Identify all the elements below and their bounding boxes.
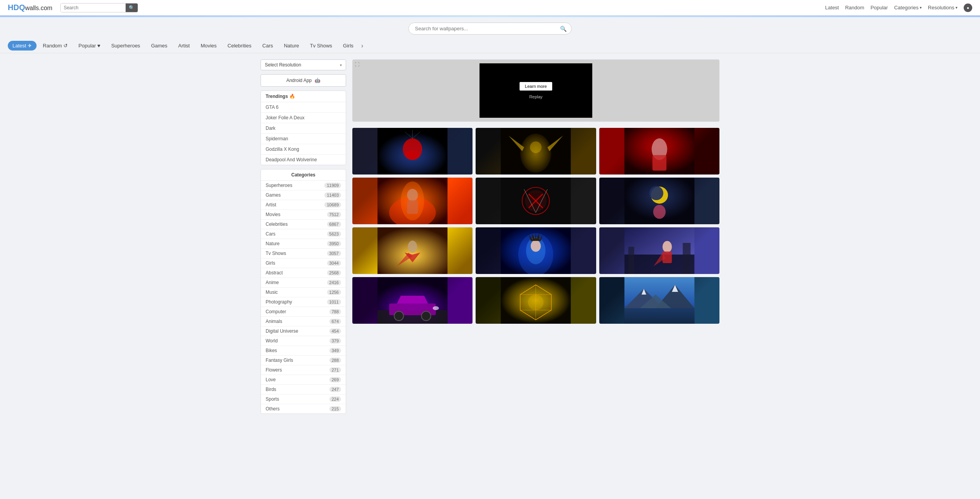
- trending-item-joker[interactable]: Joker Folie A Deux: [261, 113, 346, 123]
- secondary-search-input[interactable]: [413, 23, 560, 34]
- wallpaper-moon-img: [599, 178, 719, 224]
- nav-resolutions-dropdown[interactable]: Resolutions: [928, 5, 957, 10]
- wallpaper-deadpool-symbol[interactable]: [476, 178, 596, 224]
- svg-point-2: [406, 150, 420, 160]
- cat-item-music[interactable]: Music 1256: [261, 288, 346, 297]
- cat-nav-item-celebrities[interactable]: Celebrities: [223, 41, 256, 51]
- cat-item-love[interactable]: Love 269: [261, 375, 346, 385]
- cat-nav-item-popular[interactable]: Popular ♥: [74, 41, 105, 51]
- resolution-label: Select Resolution: [265, 62, 301, 68]
- cat-item-digital-universe[interactable]: Digital Universe 454: [261, 326, 346, 336]
- cat-nav-item-games[interactable]: Games: [146, 41, 172, 51]
- cat-nav-item-cars[interactable]: Cars: [258, 41, 278, 51]
- trending-item-deadpool[interactable]: Deadpool And Wolverine: [261, 155, 346, 165]
- wallpaper-supergirl[interactable]: [599, 227, 719, 274]
- wallpaper-purple-car[interactable]: [352, 277, 472, 324]
- wallpaper-cube[interactable]: [476, 277, 596, 324]
- cat-nav-item-girls[interactable]: Girls: [338, 41, 358, 51]
- cat-item-abstract[interactable]: Abstract 2568: [261, 268, 346, 278]
- cat-nav-item-latest[interactable]: Latest ✈: [8, 41, 37, 51]
- cat-nav-item-nature[interactable]: Nature: [279, 41, 304, 51]
- android-app-label: Android App: [286, 78, 312, 83]
- dark-mode-toggle[interactable]: ●: [964, 3, 972, 12]
- main-layout: Select Resolution Android App 🤖 Trending…: [257, 53, 723, 420]
- cat-item-birds[interactable]: Birds 247: [261, 385, 346, 394]
- wallpaper-superman-fly[interactable]: [352, 227, 472, 274]
- wallpaper-cube-img: [476, 277, 596, 324]
- cat-item-flowers[interactable]: Flowers 271: [261, 365, 346, 375]
- svg-point-27: [653, 205, 665, 219]
- sidebar: Select Resolution Android App 🤖 Trending…: [261, 59, 346, 414]
- top-search-input[interactable]: [61, 3, 126, 12]
- nav-random[interactable]: Random: [845, 5, 864, 10]
- cat-item-animals[interactable]: Animals 674: [261, 317, 346, 326]
- svg-point-43: [394, 311, 404, 321]
- cat-nav-item-movies[interactable]: Movies: [196, 41, 221, 51]
- fire-icon: 🔥: [289, 94, 295, 99]
- wallpaper-moon[interactable]: [599, 178, 719, 224]
- nav-popular[interactable]: Popular: [870, 5, 888, 10]
- cat-item-photography[interactable]: Photography 1011: [261, 297, 346, 307]
- cat-item-games[interactable]: Games 11403: [261, 190, 346, 200]
- cat-nav-item-superheroes[interactable]: Superheroes: [107, 41, 145, 51]
- wallpaper-scarlet-witch[interactable]: [599, 128, 719, 174]
- trending-item-dark[interactable]: Dark: [261, 123, 346, 134]
- svg-point-8: [530, 141, 542, 153]
- wallpaper-mountain[interactable]: [599, 277, 719, 324]
- trending-item-spiderman[interactable]: Spiderman: [261, 134, 346, 144]
- learn-more-button[interactable]: Learn more: [520, 82, 552, 91]
- cat-item-cars[interactable]: Cars 5623: [261, 229, 346, 239]
- wallpaper-goku[interactable]: [476, 227, 596, 274]
- svg-point-51: [528, 295, 544, 310]
- content-area: ⛶ Learn more Replay: [352, 59, 719, 414]
- svg-rect-11: [652, 155, 666, 171]
- categories-header: Categories: [261, 169, 346, 181]
- trending-item-godzilla[interactable]: Godzilla X Kong: [261, 144, 346, 155]
- trending-item-gta6[interactable]: GTA 6: [261, 102, 346, 113]
- nav-categories-dropdown[interactable]: Categories: [894, 5, 922, 10]
- cat-nav-more[interactable]: ›: [361, 42, 363, 49]
- cat-item-sports[interactable]: Sports 224: [261, 394, 346, 404]
- svg-point-45: [433, 306, 439, 310]
- svg-point-33: [531, 240, 541, 252]
- wallpaper-gold-hero[interactable]: [476, 128, 596, 174]
- expand-icon: ⛶: [355, 62, 359, 67]
- wallpaper-female-fire-img: [352, 178, 472, 224]
- cat-item-world[interactable]: World 379: [261, 336, 346, 346]
- site-logo[interactable]: HDQwalls.com: [8, 3, 52, 12]
- cat-item-computer[interactable]: Computer 788: [261, 307, 346, 317]
- ad-banner-inner: Learn more Replay: [480, 63, 592, 118]
- cat-item-movies[interactable]: Movies 7512: [261, 210, 346, 220]
- wallpaper-spiderman-img: [352, 128, 472, 174]
- wallpaper-female-fire[interactable]: [352, 178, 472, 224]
- svg-point-15: [407, 189, 418, 201]
- cat-item-girls[interactable]: Girls 3044: [261, 258, 346, 268]
- android-app-button[interactable]: Android App 🤖: [261, 74, 346, 87]
- cat-nav-item-artist[interactable]: Artist: [173, 41, 194, 51]
- svg-point-44: [422, 311, 431, 321]
- cat-item-bikes[interactable]: Bikes 349: [261, 346, 346, 356]
- cat-item-tvshows[interactable]: Tv Shows 3057: [261, 249, 346, 258]
- svg-rect-53: [624, 308, 694, 324]
- cat-item-anime[interactable]: Anime 2416: [261, 278, 346, 288]
- top-search-button[interactable]: 🔍: [126, 3, 138, 12]
- trendings-label: Trendings: [266, 94, 288, 99]
- wallpaper-purple-car-img: [352, 277, 472, 324]
- ad-banner: ⛶ Learn more Replay: [352, 59, 719, 122]
- cat-item-others[interactable]: Others 215: [261, 404, 346, 414]
- cat-item-fantasy-girls[interactable]: Fantasy Girls 288: [261, 356, 346, 365]
- cat-nav-item-tvshows[interactable]: Tv Shows: [305, 41, 337, 51]
- cat-item-celebrities[interactable]: Celebrities 6867: [261, 220, 346, 229]
- resolution-select[interactable]: Select Resolution: [261, 59, 346, 70]
- wallpaper-gold-hero-img: [476, 128, 596, 174]
- cat-item-nature[interactable]: Nature 3950: [261, 239, 346, 249]
- svg-rect-37: [682, 243, 690, 274]
- cat-nav-item-random[interactable]: Random ↺: [38, 41, 72, 51]
- cat-item-superheroes[interactable]: Superheroes 11909: [261, 181, 346, 190]
- trendings-header: Trendings 🔥: [261, 91, 346, 102]
- wallpaper-spiderman[interactable]: [352, 128, 472, 174]
- replay-link[interactable]: Replay: [529, 94, 542, 99]
- cat-item-artist[interactable]: Artist 10689: [261, 200, 346, 210]
- secondary-search-button[interactable]: 🔍: [560, 26, 567, 32]
- nav-latest[interactable]: Latest: [825, 5, 839, 10]
